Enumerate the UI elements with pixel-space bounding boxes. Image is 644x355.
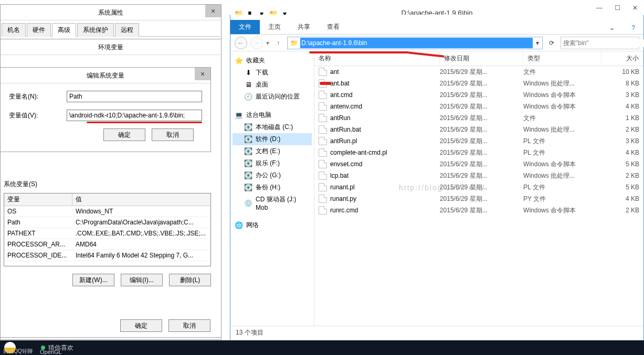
var-name-input[interactable]: [67, 91, 202, 102]
cell-var: PATHEXT: [4, 228, 72, 239]
list-item[interactable]: ant2015/6/29 星期...文件10 KB: [314, 66, 643, 78]
nav-drive-f[interactable]: 💽娱乐 (F:): [233, 157, 312, 169]
ok-button[interactable]: 确定: [120, 319, 162, 332]
ribbon-file[interactable]: 文件: [230, 20, 260, 34]
table-row[interactable]: PROCESSOR_IDE...Intel64 Family 6 Model 4…: [4, 250, 210, 261]
ribbon-expand-icon[interactable]: ⌄: [601, 21, 623, 34]
list-item[interactable]: envset.cmd2015/6/29 星期...Windows 命令脚本5 K…: [314, 158, 643, 170]
maximize-icon[interactable]: ☐: [608, 2, 626, 15]
search-field[interactable]: [561, 39, 644, 47]
file-type: PL 文件: [523, 137, 601, 146]
cancel-button[interactable]: 取消: [152, 128, 194, 141]
ribbon-view[interactable]: 查看: [319, 20, 348, 34]
list-item[interactable]: ant.cmd2015/6/29 星期...Windows 命令脚本3 KB: [314, 89, 643, 101]
drive-icon: 💽: [244, 184, 252, 192]
nav-pane[interactable]: ⭐收藏夹 ⬇下载 🖥桌面 🕘最近访问的位置 💻这台电脑 💽本地磁盘 (C:) 💽…: [230, 51, 314, 326]
tab-computer-name[interactable]: 机名: [2, 23, 26, 37]
search-input[interactable]: 🔍: [561, 37, 639, 49]
edit-button[interactable]: 编辑(I)...: [121, 274, 163, 286]
taskbar-opengl[interactable]: OpenGL: [40, 349, 62, 355]
col-date[interactable]: 修改日期: [440, 51, 523, 66]
list-item[interactable]: antenv.cmd2015/6/29 星期...Windows 命令脚本4 K…: [314, 101, 643, 112]
list-item[interactable]: lcp.bat2015/6/29 星期...Windows 批处理...2 KB: [314, 170, 643, 181]
nav-drive-h[interactable]: 💽备份 (H:): [233, 181, 312, 193]
list-item[interactable]: antRun2015/6/29 星期...文件1 KB: [314, 112, 643, 124]
explorer-titlebar: 📁 ▮ ▾ 📁 ▾ D:\apache-ant-1.9.6\bin — ☐ ✕: [230, 0, 644, 15]
list-item[interactable]: ant.bat2015/6/29 星期...Windows 批处理...8 KB: [314, 78, 643, 89]
table-row[interactable]: PROCESSOR_AR...AMD64: [4, 239, 210, 250]
nav-drive-d[interactable]: 💽软件 (D:): [233, 133, 312, 145]
col-size[interactable]: 大小: [601, 51, 643, 66]
cd-icon: 💿: [244, 199, 252, 208]
list-item[interactable]: runant.pl2015/6/29 星期...PL 文件5 KB: [314, 181, 643, 193]
file-name: runant.pl: [330, 184, 355, 191]
sysvars-table[interactable]: 变量 值 OSWindows_NTPathC:\ProgramData\Orac…: [4, 193, 211, 266]
nav-network[interactable]: 🌐网络: [233, 219, 312, 231]
taskbar[interactable]: 猜你喜欢 腾讯QQ轻聊 OpenGL: [0, 340, 644, 355]
pc-icon: 💻: [235, 111, 243, 120]
nav-favorites[interactable]: ⭐收藏夹: [233, 55, 312, 67]
list-item[interactable]: runrc.cmd2015/6/29 星期...Windows 命令脚本2 KB: [314, 205, 643, 216]
table-row[interactable]: PathC:\ProgramData\Oracle\Java\javapath;…: [4, 217, 210, 228]
list-item[interactable]: runant.py2015/6/29 星期...PY 文件4 KB: [314, 193, 643, 205]
cell-var: PROCESSOR_AR...: [4, 239, 72, 250]
file-name: antRun.pl: [330, 137, 357, 145]
ribbon-share[interactable]: 共享: [289, 20, 319, 34]
help-icon[interactable]: ?: [623, 21, 643, 34]
path-text[interactable]: D:\apache-ant-1.9.6\bin: [300, 38, 533, 48]
file-type: 文件: [523, 114, 601, 123]
cancel-button[interactable]: 取消: [168, 319, 210, 332]
star-icon: ⭐: [235, 57, 243, 65]
new-button[interactable]: 新建(W)...: [72, 274, 114, 286]
file-icon: [319, 160, 327, 168]
list-item[interactable]: antRun.pl2015/6/29 星期...PL 文件3 KB: [314, 135, 643, 147]
back-icon[interactable]: ←: [235, 37, 247, 49]
nav-drive-cd[interactable]: 💿CD 驱动器 (J:) Mob: [233, 193, 312, 213]
close-icon[interactable]: ✕: [626, 2, 644, 15]
tab-system-protection[interactable]: 系统保护: [77, 23, 114, 37]
file-size: 3 KB: [601, 137, 643, 145]
col-type[interactable]: 类型: [523, 51, 601, 66]
annotation-underline: [309, 51, 409, 53]
list-item[interactable]: antRun.bat2015/6/29 星期...Windows 批处理...2…: [314, 124, 643, 135]
recent-locations-icon[interactable]: ▾: [266, 39, 269, 47]
refresh-icon[interactable]: ⟳: [546, 39, 557, 47]
delete-button[interactable]: 删除(L): [169, 274, 211, 286]
minimize-icon[interactable]: —: [590, 2, 608, 15]
file-list[interactable]: 名称 修改日期 类型 大小 ant2015/6/29 星期...文件10 KBa…: [314, 51, 643, 326]
file-size: 5 KB: [601, 160, 643, 168]
edit-system-variable-dialog: 编辑系统变量 × 变量名(N): 变量值(V): 确定 取消: [0, 67, 211, 152]
taskbar-qq[interactable]: 腾讯QQ轻聊: [3, 348, 33, 355]
list-item[interactable]: complete-ant-cmd.pl2015/6/29 星期...PL 文件4…: [314, 147, 643, 158]
nav-recent[interactable]: 🕘最近访问的位置: [233, 91, 312, 103]
address-input[interactable]: 📁 D:\apache-ant-1.9.6\bin ▾: [287, 37, 543, 49]
table-row[interactable]: OSWindows_NT: [4, 206, 210, 217]
ribbon-home[interactable]: 主页: [260, 20, 289, 34]
cell-var: PROCESSOR_IDE...: [4, 250, 72, 261]
file-date: 2015/6/29 星期...: [440, 125, 523, 134]
nav-this-pc[interactable]: 💻这台电脑: [233, 109, 312, 121]
up-icon[interactable]: ↑: [272, 37, 284, 49]
var-value-input[interactable]: [67, 110, 202, 121]
file-size: 4 KB: [601, 195, 643, 202]
file-size: 2 KB: [601, 126, 643, 133]
col-var[interactable]: 变量: [4, 193, 72, 206]
file-type: Windows 命令脚本: [523, 91, 601, 100]
tab-hardware[interactable]: 硬件: [27, 23, 51, 37]
tab-remote[interactable]: 远程: [115, 23, 139, 37]
nav-downloads[interactable]: ⬇下载: [233, 67, 312, 79]
ok-button[interactable]: 确定: [103, 128, 145, 141]
nav-drive-e[interactable]: 💽文档 (E:): [233, 145, 312, 157]
file-date: 2015/6/29 星期...: [440, 183, 523, 192]
nav-drive-c[interactable]: 💽本地磁盘 (C:): [233, 121, 312, 133]
close-icon[interactable]: ×: [205, 5, 221, 17]
table-row[interactable]: PATHEXT.COM;.EXE;.BAT;.CMD;.VBS;.VBE;.JS…: [4, 228, 210, 239]
chevron-down-icon[interactable]: ▾: [533, 39, 542, 47]
tab-advanced[interactable]: 高级: [52, 23, 76, 37]
col-val[interactable]: 值: [72, 193, 210, 206]
nav-desktop[interactable]: 🖥桌面: [233, 79, 312, 91]
cell-var: Path: [4, 217, 72, 228]
forward-icon[interactable]: →: [250, 37, 263, 49]
nav-drive-g[interactable]: 💽办公 (G:): [233, 169, 312, 181]
close-icon[interactable]: ×: [195, 68, 210, 80]
